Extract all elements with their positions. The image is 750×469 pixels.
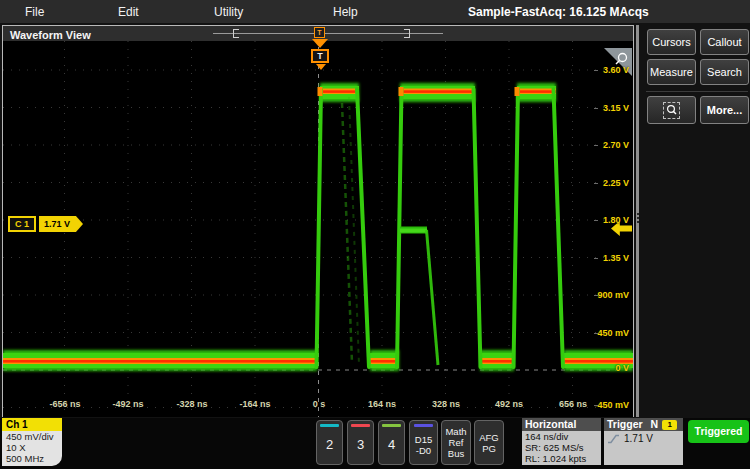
digital-label-line1: D15 [410,434,437,445]
channel1-scale: 450 mV/div [2,431,62,442]
callout-button[interactable]: Callout [700,29,749,55]
measure-button[interactable]: Measure [647,59,696,85]
trigger-source-badge: 1 [662,420,677,430]
t-label-n492: -492 ns [102,398,154,410]
zoom-mode-icon [663,102,680,119]
v-tick [594,258,598,259]
v-tick [594,333,598,334]
channel1-bandwidth: 500 MHz [2,453,62,464]
cursors-button[interactable]: Cursors [647,29,696,55]
horizontal-scale: 164 ns/div [522,431,601,442]
t-label-656: 656 ns [547,398,599,410]
overview-right-bracket[interactable] [404,29,410,38]
overview-left-bracket[interactable] [233,29,239,38]
v-tick [594,108,598,109]
trigger-level-value: 1.71 V [624,433,653,444]
v-label-900mv: 900 mV [575,289,629,301]
more-button[interactable]: More... [700,96,749,124]
channel3-button[interactable]: 3 [347,420,374,465]
channel2-color-stripe [320,424,339,427]
v-label-450mv: 450 mV [575,327,629,339]
channel1-marker[interactable]: C 1 [8,216,36,232]
trigger-arrow-icon [312,39,328,48]
zoom-mode-button[interactable] [647,96,696,124]
trigger-badge-header: Trigger N 1 [604,418,683,431]
trigger-badge[interactable]: Trigger N 1 1.71 V [604,418,683,465]
acquisition-status: Sample-FastAcq: 16.125 MAcqs [468,5,649,19]
math-ref-bus-button[interactable]: Math Ref Bus [441,420,471,465]
digital-label-line2: -D0 [410,445,437,456]
panel-title: Waveform View [10,29,91,41]
digital-channels-button[interactable]: D15 -D0 [409,420,438,465]
afg-label: AFG [475,432,503,443]
t-label-n656: -656 ns [39,398,91,410]
v-tick [594,295,598,296]
v-label-1v35: 1.35 V [575,252,629,264]
t-label-164: 164 ns [356,398,408,410]
persistence-edges [342,97,359,365]
channel1-attenuation: 10 X [2,442,62,453]
t-label-492: 492 ns [483,398,535,410]
mid-level-pulse [400,227,438,366]
search-button[interactable]: Search [700,59,749,85]
v-tick [594,183,598,184]
digital-color-stripe [414,424,433,427]
divider-handle-icon[interactable] [637,217,639,219]
pulse-edges [317,89,564,367]
right-panel-separator [646,91,748,92]
channel3-label: 3 [348,437,373,452]
menu-edit[interactable]: Edit [118,5,139,19]
horizontal-badge[interactable]: Horizontal 164 ns/div SR: 625 MS/s RL: 1… [522,418,601,465]
t-label-0s: 0 s [293,398,345,410]
channel2-label: 2 [317,437,342,452]
trigger-status-badge: Triggered [688,420,749,443]
menu-help[interactable]: Help [333,5,358,19]
trigger-mode: N [651,418,659,431]
v-label-3v15: 3.15 V [575,102,629,114]
menu-bar: File Edit Utility Help Sample-FastAcq: 1… [0,0,750,23]
channel4-color-stripe [382,424,401,427]
divider-handle-icon[interactable] [637,221,639,223]
rising-edge-icon [607,434,620,444]
trigger-level-row: 1.71 V [604,431,683,444]
waveform-trace [3,41,633,417]
channel4-button[interactable]: 4 [378,420,405,465]
channel3-color-stripe [351,424,370,427]
trigger-flag-tail [316,64,326,70]
channel1-badge[interactable]: Ch 1 450 mV/div 10 X 500 MHz [2,418,62,466]
v-tick [594,145,598,146]
math-label: Math [442,426,470,437]
v-label-2v70: 2.70 V [575,139,629,151]
channel1-level-tag[interactable]: 1.71 V [39,216,83,232]
divider-handle-icon[interactable] [637,213,639,215]
overview-trigger-icon[interactable]: T [314,27,325,38]
oscilloscope-app: { "menu_bar": { "items": ["File", "Edit"… [0,0,750,469]
t-label-n328: -328 ns [166,398,218,410]
t-label-328: 328 ns [420,398,472,410]
ref-label: Ref [442,437,470,448]
trigger-flag[interactable]: T [311,49,329,63]
menu-file[interactable]: File [25,5,44,19]
v-label-0v: 0 V [575,362,629,374]
trigger-title: Trigger [607,418,643,431]
channel2-button[interactable]: 2 [316,420,343,465]
horizontal-record-length: RL: 1.024 kpts [522,453,601,464]
menu-utility[interactable]: Utility [214,5,243,19]
horizontal-sample-rate: SR: 625 MS/s [522,442,601,453]
t-label-n164: -164 ns [229,398,281,410]
channel4-label: 4 [379,437,404,452]
v-label-3v60: 3.60 V [575,64,629,76]
pg-label: PG [475,443,503,454]
bus-label: Bus [442,448,470,459]
horizontal-title: Horizontal [522,418,601,431]
v-label-1v80: 1.80 V [575,214,629,226]
channel1-badge-title: Ch 1 [2,418,62,431]
afg-pg-button[interactable]: AFG PG [474,420,504,465]
v-tick [594,70,598,71]
v-tick [594,220,598,221]
v-label-2v25: 2.25 V [575,177,629,189]
